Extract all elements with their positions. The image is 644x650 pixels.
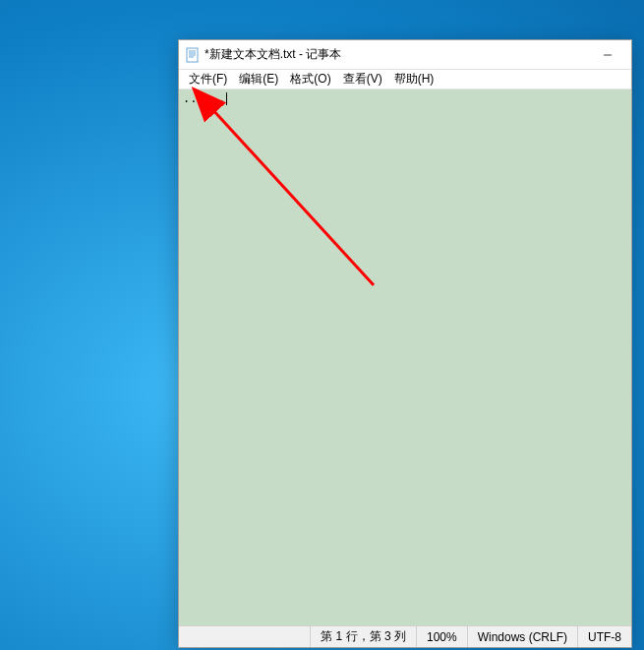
editor-content: ...... xyxy=(183,91,227,105)
minimize-button[interactable] xyxy=(590,44,625,66)
notepad-icon xyxy=(185,47,201,63)
menu-view[interactable]: 查看(V) xyxy=(337,69,388,89)
status-zoom: 100% xyxy=(416,626,467,647)
status-encoding: UTF-8 xyxy=(577,626,631,647)
menu-edit[interactable]: 编辑(E) xyxy=(233,69,284,89)
menu-file[interactable]: 文件(F) xyxy=(183,69,233,89)
menu-format[interactable]: 格式(O) xyxy=(284,69,336,89)
status-position: 第 1 行，第 3 列 xyxy=(310,626,416,647)
statusbar: 第 1 行，第 3 列 100% Windows (CRLF) UTF-8 xyxy=(179,625,631,647)
notepad-window: *新建文本文档.txt - 记事本 文件(F) 编辑(E) 格式(O) 查看(V… xyxy=(178,39,632,648)
editor-text-content: ...... xyxy=(183,91,225,105)
menubar: 文件(F) 编辑(E) 格式(O) 查看(V) 帮助(H) xyxy=(179,70,631,89)
menu-help[interactable]: 帮助(H) xyxy=(388,69,440,89)
window-title: *新建文本文档.txt - 记事本 xyxy=(205,46,590,63)
titlebar[interactable]: *新建文本文档.txt - 记事本 xyxy=(179,40,631,70)
text-caret xyxy=(226,92,227,105)
desktop: *新建文本文档.txt - 记事本 文件(F) 编辑(E) 格式(O) 查看(V… xyxy=(0,0,644,650)
window-controls xyxy=(590,44,625,66)
text-editor[interactable]: ...... xyxy=(179,89,631,625)
status-line-ending: Windows (CRLF) xyxy=(467,626,577,647)
